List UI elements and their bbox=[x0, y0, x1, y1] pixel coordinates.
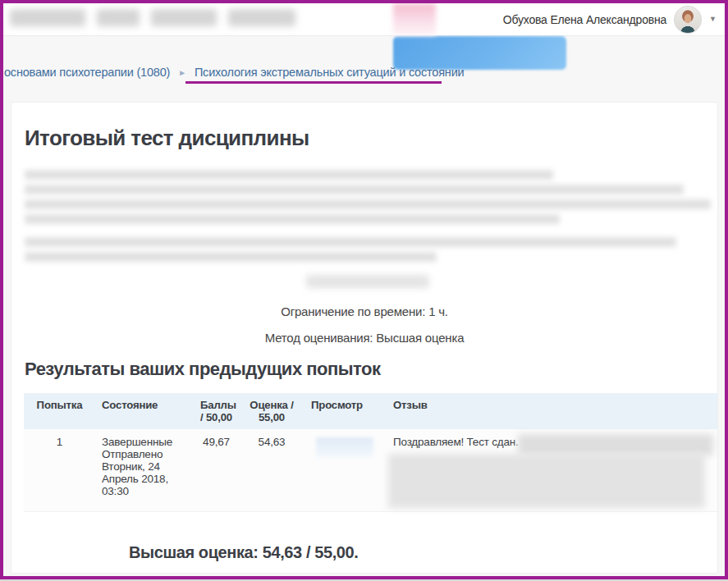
top-bar: Обухова Елена Александровна ▼ bbox=[3, 3, 725, 35]
quiz-page: Обухова Елена Александровна ▼ основами п… bbox=[0, 0, 728, 579]
redacted-pink-block bbox=[393, 3, 436, 35]
user-menu[interactable]: Обухова Елена Александровна ▼ bbox=[503, 3, 717, 35]
redacted-site-title bbox=[10, 9, 295, 26]
cell-feedback: Поздравляем! Тест сдан. bbox=[387, 429, 717, 511]
redacted-description bbox=[25, 170, 711, 288]
cell-marks: 49,67 bbox=[194, 429, 239, 511]
cell-grade: 54,63 bbox=[239, 429, 304, 511]
feedback-text: Поздравляем! Тест сдан. bbox=[393, 436, 519, 448]
col-header-grade: Оценка / 55,00 bbox=[239, 393, 304, 429]
results-heading: Результаты ваших предыдущих попыток bbox=[25, 359, 380, 380]
col-header-feedback: Отзыв bbox=[387, 393, 717, 429]
col-header-attempt: Попытка bbox=[24, 393, 95, 429]
breadcrumb-current-link[interactable]: Психология экстремальных ситуаций и сост… bbox=[195, 66, 465, 79]
redacted-feedback-line bbox=[518, 434, 713, 455]
redacted-center-blob bbox=[306, 275, 429, 288]
cell-attempt-state: Завершенные Отправлено Вторник, 24 Апрел… bbox=[95, 429, 194, 511]
page-title: Итоговый тест дисциплины bbox=[25, 126, 309, 151]
user-avatar bbox=[674, 6, 702, 34]
cell-review bbox=[304, 429, 387, 511]
attempts-table: Попытка Состояние Баллы / 50,00 Оценка /… bbox=[24, 393, 717, 512]
breadcrumb-separator-icon: ► bbox=[178, 68, 186, 77]
caret-down-icon: ▼ bbox=[709, 16, 717, 23]
cell-attempt-number: 1 bbox=[24, 429, 95, 511]
review-link-redacted[interactable] bbox=[316, 437, 373, 458]
col-header-state: Состояние bbox=[95, 393, 194, 429]
table-row: 1 Завершенные Отправлено Вторник, 24 Апр… bbox=[24, 429, 717, 511]
redacted-feedback-block bbox=[388, 454, 705, 508]
breadcrumb-annotation-underline bbox=[185, 81, 442, 84]
col-header-review: Просмотр bbox=[304, 393, 387, 429]
user-name: Обухова Елена Александровна bbox=[503, 13, 666, 26]
grading-method-text: Метод оценивания: Высшая оценка bbox=[11, 331, 717, 345]
breadcrumb: основами психотерапии (1080) ► Психологи… bbox=[4, 63, 464, 81]
time-limit-text: Ограничение по времени: 1 ч. bbox=[11, 304, 717, 318]
main-card: Итоговый тест дисциплины Ограничение по … bbox=[11, 102, 718, 574]
final-grade-text: Высшая оценка: 54,63 / 55,00. bbox=[129, 543, 358, 562]
col-header-marks: Баллы / 50,00 bbox=[194, 393, 239, 429]
table-header-row: Попытка Состояние Баллы / 50,00 Оценка /… bbox=[24, 393, 717, 429]
page-body: основами психотерапии (1080) ► Психологи… bbox=[3, 35, 725, 576]
breadcrumb-course-link[interactable]: основами психотерапии (1080) bbox=[4, 66, 170, 79]
